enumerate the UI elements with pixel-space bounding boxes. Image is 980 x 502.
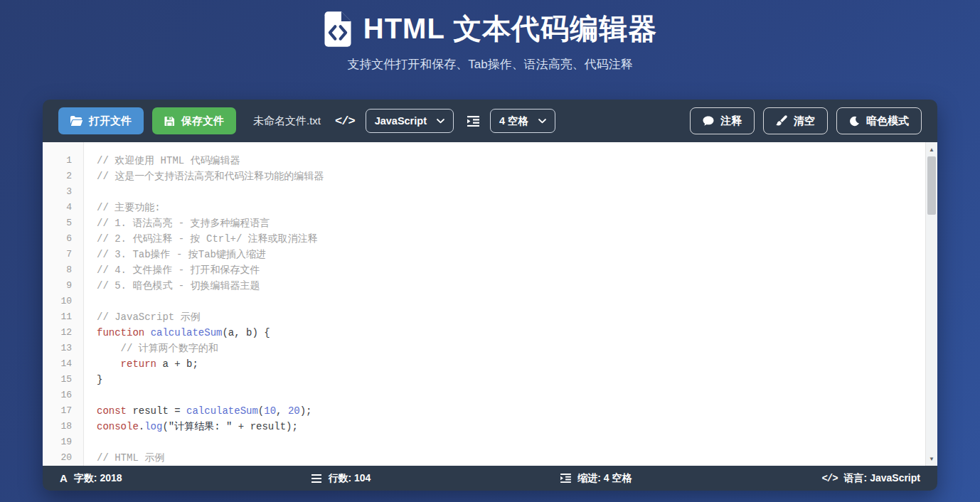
status-char-count: A 字数: 2018	[60, 472, 122, 485]
dark-mode-button[interactable]: 暗色模式	[836, 107, 922, 134]
comment-label: 注释	[720, 114, 742, 128]
save-file-label: 保存文件	[181, 114, 224, 128]
code-line	[97, 184, 920, 200]
scrollbar-thumb[interactable]	[927, 156, 936, 215]
line-number: 18	[43, 419, 72, 434]
code-line: // HTML 示例	[97, 450, 920, 466]
char-count-label: 字数: 2018	[74, 472, 122, 485]
comment-button[interactable]: 注释	[690, 107, 755, 134]
status-bar: A 字数: 2018 行数: 104 缩进: 4 空格	[43, 466, 937, 491]
code-line: // 主要功能:	[97, 200, 920, 215]
line-number: 8	[43, 262, 72, 278]
line-number: 13	[43, 341, 72, 356]
save-icon	[164, 116, 175, 127]
status-line-count: 行数: 104	[311, 472, 371, 485]
indent-select-value: 4 空格	[499, 114, 528, 128]
comment-bubble-icon	[703, 116, 714, 127]
code-line: function calculateSum(a, b) {	[97, 325, 920, 341]
code-lines[interactable]: // 欢迎使用 HTML 代码编辑器// 这是一个支持语法高亮和代码注释功能的编…	[84, 142, 937, 466]
code-line	[97, 388, 920, 403]
code-editor[interactable]: 1234567891011121314151617181920 // 欢迎使用 …	[43, 142, 937, 466]
toolbar: 打开文件 保存文件 未命名文件.txt </> JavaScript	[43, 100, 937, 142]
code-line	[97, 434, 920, 450]
code-line: }	[97, 372, 920, 388]
line-number: 3	[43, 184, 72, 200]
line-number: 2	[43, 169, 72, 184]
font-icon: A	[60, 472, 68, 484]
code-line	[97, 294, 920, 309]
language-label: 语言: JavaScript	[844, 472, 920, 485]
code-line: // 1. 语法高亮 - 支持多种编程语言	[97, 215, 920, 231]
line-number: 12	[43, 325, 72, 341]
line-number: 14	[43, 356, 72, 372]
list-icon	[311, 474, 321, 483]
status-language: </> 语言: JavaScript	[821, 472, 920, 485]
code-icon: </>	[821, 473, 837, 484]
brush-icon	[776, 115, 787, 127]
line-number: 20	[43, 450, 72, 466]
language-select-value: JavaScript	[375, 115, 427, 127]
scroll-down-arrow[interactable]: ▼	[926, 453, 937, 464]
code-line: // JavaScript 示例	[97, 309, 920, 325]
line-number: 6	[43, 231, 72, 247]
editor-scrollbar[interactable]: ▲ ▼	[925, 142, 937, 466]
line-number: 16	[43, 388, 72, 403]
code-line: // 4. 文件操作 - 打开和保存文件	[97, 262, 920, 278]
line-number: 4	[43, 200, 72, 215]
line-number: 7	[43, 247, 72, 262]
page-title: HTML 文本代码编辑器	[363, 9, 657, 48]
code-line: // 计算两个数字的和	[97, 341, 920, 356]
line-count-label: 行数: 104	[328, 472, 371, 485]
line-number: 1	[43, 153, 72, 169]
page-subtitle: 支持文件打开和保存、Tab操作、语法高亮、代码注释	[0, 56, 980, 73]
clear-label: 清空	[794, 114, 815, 128]
indent-icon	[467, 116, 479, 127]
line-number: 9	[43, 278, 72, 294]
code-line: // 这是一个支持语法高亮和代码注释功能的编辑器	[97, 169, 920, 184]
indent-label: 缩进: 4 空格	[577, 472, 632, 485]
moon-icon	[849, 116, 860, 127]
chevron-down-icon	[437, 119, 444, 124]
line-number: 17	[43, 403, 72, 419]
code-line: console.log("计算结果: " + result);	[97, 419, 920, 434]
code-line: const result = calculateSum(10, 20);	[97, 403, 920, 419]
line-number: 5	[43, 215, 72, 231]
code-line: return a + b;	[97, 356, 920, 372]
line-numbers: 1234567891011121314151617181920	[43, 142, 84, 466]
filename-label: 未命名文件.txt	[253, 114, 321, 128]
code-line: // 2. 代码注释 - 按 Ctrl+/ 注释或取消注释	[97, 231, 920, 247]
page-header: HTML 文本代码编辑器 支持文件打开和保存、Tab操作、语法高亮、代码注释	[0, 0, 980, 73]
chevron-down-icon	[538, 119, 546, 124]
file-code-icon	[323, 11, 353, 47]
open-file-label: 打开文件	[89, 114, 132, 128]
code-icon: </>	[335, 114, 355, 128]
language-select[interactable]: JavaScript	[366, 109, 454, 133]
clear-button[interactable]: 清空	[763, 107, 828, 134]
save-file-button[interactable]: 保存文件	[152, 107, 236, 134]
code-line: // 3. Tab操作 - 按Tab键插入缩进	[97, 247, 920, 262]
status-indent: 缩进: 4 空格	[560, 472, 632, 485]
folder-open-icon	[70, 116, 82, 126]
scroll-up-arrow[interactable]: ▲	[926, 144, 937, 155]
editor-panel: 打开文件 保存文件 未命名文件.txt </> JavaScript	[43, 100, 937, 491]
indent-icon	[560, 474, 571, 483]
line-number: 15	[43, 372, 72, 388]
line-number: 10	[43, 294, 72, 309]
line-number: 11	[43, 309, 72, 325]
open-file-button[interactable]: 打开文件	[58, 107, 144, 134]
dark-mode-label: 暗色模式	[866, 114, 909, 128]
code-line: // 欢迎使用 HTML 代码编辑器	[97, 153, 920, 169]
line-number: 19	[43, 434, 72, 450]
indent-select[interactable]: 4 空格	[490, 109, 555, 133]
code-line: // 5. 暗色模式 - 切换编辑器主题	[97, 278, 920, 294]
